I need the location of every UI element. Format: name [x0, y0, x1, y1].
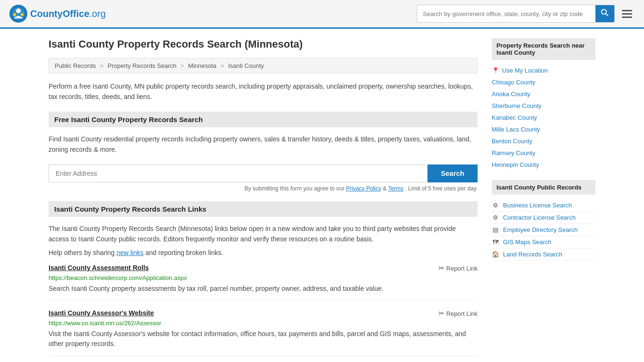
sidebar-item-gis-maps[interactable]: 🗺 GIS Maps Search	[492, 236, 595, 248]
content-area: Isanti County Property Records Search (M…	[49, 38, 478, 362]
svg-point-5	[602, 9, 606, 14]
link-item-1: Isanti County Assessment Rolls ✂ Report …	[49, 264, 478, 301]
sidebar-item-business-license[interactable]: ⚙ Business License Search	[492, 199, 595, 212]
sidebar-item-kanabec[interactable]: Kanabec County	[492, 112, 595, 123]
sidebar-item-employee-directory[interactable]: ▤ Employee Directory Search	[492, 224, 595, 236]
logo-icon	[9, 5, 27, 23]
share-text: Help others by sharing new links and rep…	[49, 249, 478, 256]
logo-text: CountyOffice.org	[30, 8, 106, 19]
sidebar-item-contractor-license[interactable]: ⚙ Contractor License Search	[492, 212, 595, 224]
hamburger-line	[622, 16, 632, 18]
page-description: Perform a free Isanti County, MN public …	[49, 81, 478, 102]
link-item-1-desc: Search Isanti County property assessment…	[49, 284, 478, 294]
address-search-button[interactable]: Search	[428, 165, 478, 182]
address-input[interactable]	[49, 165, 428, 182]
sidebar-item-sherburne[interactable]: Sherburne County	[492, 100, 595, 112]
links-section-heading: Isanti County Property Records Search Li…	[49, 201, 478, 217]
use-my-location-link[interactable]: Use My Location	[502, 67, 548, 74]
header-search-bar	[417, 5, 615, 23]
svg-point-2	[16, 8, 21, 13]
header-search-button[interactable]	[595, 5, 614, 22]
terms-link[interactable]: Terms	[388, 185, 404, 192]
svg-point-3	[13, 13, 16, 16]
privacy-policy-link[interactable]: Privacy Policy	[346, 185, 381, 192]
hamburger-line	[622, 10, 632, 11]
sidebar-item-anoka[interactable]: Anoka County	[492, 88, 595, 100]
breadcrumb-isanti-county[interactable]: Isanti County	[228, 62, 264, 69]
main-container: Isanti County Property Records Search (M…	[39, 29, 605, 362]
gear2-icon: ⚙	[492, 214, 499, 221]
header-right	[417, 5, 635, 23]
breadcrumb-property-records[interactable]: Property Records Search	[107, 62, 176, 69]
report-link-2[interactable]: ✂ Report Link	[438, 309, 478, 318]
sidebar-public-records-title: Isanti County Public Records	[492, 180, 595, 195]
gear-icon: ⚙	[492, 202, 499, 209]
new-links-link[interactable]: new links	[116, 249, 144, 256]
breadcrumb-minnesota[interactable]: Minnesota	[188, 62, 216, 69]
link-item-2-header: Isanti County Assessor's Website ✂ Repor…	[49, 309, 478, 318]
sidebar-nearby-section: Property Records Search near Isanti Coun…	[492, 38, 595, 171]
sidebar-public-records-section: Isanti County Public Records ⚙ Business …	[492, 180, 595, 261]
header-search-input[interactable]	[417, 7, 595, 21]
sidebar-item-benton[interactable]: Benton County	[492, 135, 595, 147]
report-icon-1: ✂	[438, 264, 445, 272]
links-description: The Isanti County Property Records Searc…	[49, 223, 478, 245]
sidebar: Property Records Search near Isanti Coun…	[492, 38, 595, 362]
sidebar-item-hennepin[interactable]: Hennepin County	[492, 159, 595, 171]
svg-line-6	[606, 14, 608, 16]
link-item-2-title[interactable]: Isanti County Assessor's Website	[49, 309, 154, 317]
address-input-row: Search	[49, 165, 478, 182]
sidebar-nearby-title: Property Records Search near Isanti Coun…	[492, 38, 595, 60]
pin-icon: 📍	[492, 67, 499, 74]
breadcrumb-public-records[interactable]: Public Records	[55, 62, 96, 69]
free-search-heading: Free Isanti County Property Records Sear…	[49, 112, 478, 127]
hamburger-menu-button[interactable]	[619, 8, 635, 20]
link-item-2-url: https://www.co.isanti.mn.us/262/Assessor	[49, 320, 478, 327]
list-icon: ▤	[492, 226, 499, 233]
logo-area: CountyOffice.org	[9, 5, 106, 23]
link-item-1-header: Isanti County Assessment Rolls ✂ Report …	[49, 264, 478, 272]
sidebar-item-land-records[interactable]: 🏠 Land Records Search	[492, 248, 595, 261]
form-disclaimer: By submitting this form you agree to our…	[49, 185, 478, 192]
breadcrumb: Public Records > Property Records Search…	[49, 58, 478, 74]
sidebar-item-chisago[interactable]: Chisago County	[492, 76, 595, 88]
hamburger-line	[622, 13, 632, 15]
link-item-1-title[interactable]: Isanti County Assessment Rolls	[49, 264, 149, 272]
link-item-1-url: https://beacon.schneidercorp.com/Applica…	[49, 274, 478, 281]
header: CountyOffice.org	[0, 0, 644, 29]
map-icon: 🗺	[492, 239, 499, 246]
sidebar-item-use-location[interactable]: 📍 Use My Location	[492, 65, 595, 76]
free-search-description: Find Isanti County residential property …	[49, 134, 478, 155]
sidebar-item-ramsey[interactable]: Ramsey County	[492, 147, 595, 159]
link-item-2-desc: Visit the Isanti County Assessor's websi…	[49, 329, 478, 349]
svg-point-4	[21, 13, 24, 16]
land-icon: 🏠	[492, 251, 499, 258]
sidebar-item-mille-lacs[interactable]: Mille Lacs County	[492, 123, 595, 135]
page-title: Isanti County Property Records Search (M…	[49, 38, 478, 50]
address-form: Search	[49, 165, 478, 182]
report-icon-2: ✂	[438, 309, 445, 318]
report-link-1[interactable]: ✂ Report Link	[438, 264, 478, 272]
link-item-2: Isanti County Assessor's Website ✂ Repor…	[49, 309, 478, 356]
